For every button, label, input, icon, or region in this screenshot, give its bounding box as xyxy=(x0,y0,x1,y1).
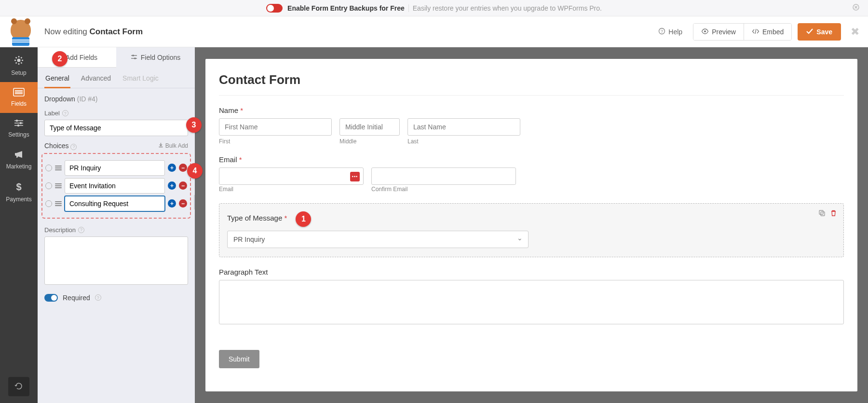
choice-input-1[interactable] xyxy=(65,160,165,176)
subtab-advanced[interactable]: Advanced xyxy=(80,71,112,88)
choice-row: + − xyxy=(45,160,187,176)
choice-input-2[interactable] xyxy=(65,178,165,194)
required-star-icon: * xyxy=(240,106,243,114)
callout-1: 1 xyxy=(296,211,311,227)
field-type-of-message[interactable]: Type of Message * 1 PR Inquiry xyxy=(219,203,844,257)
backup-toggle[interactable] xyxy=(266,4,283,13)
required-toggle[interactable] xyxy=(44,294,58,302)
editing-form-name[interactable]: Contact Form xyxy=(90,27,143,36)
nav-setup[interactable]: Setup xyxy=(0,49,38,82)
subtab-general[interactable]: General xyxy=(44,71,70,88)
field-name[interactable]: Name * First Middle Last xyxy=(219,106,844,145)
confirm-email-input[interactable] xyxy=(371,167,516,185)
help-icon[interactable]: ? xyxy=(62,110,68,116)
embed-label: Embed xyxy=(762,28,784,36)
required-label: Required xyxy=(63,294,90,302)
svg-point-12 xyxy=(20,122,22,124)
form-title[interactable]: Contact Form xyxy=(219,72,844,87)
help-label: Help xyxy=(668,28,682,36)
required-star-icon: * xyxy=(284,214,287,222)
help-icon[interactable]: ? xyxy=(70,144,77,150)
help-link[interactable]: ? Help xyxy=(658,28,682,36)
help-icon[interactable]: ? xyxy=(95,294,101,301)
label-heading: Label xyxy=(44,110,60,117)
history-icon xyxy=(14,382,23,392)
name-label: Name xyxy=(219,106,238,114)
bulk-add-link[interactable]: Bulk Add xyxy=(158,142,188,149)
description-heading: Description xyxy=(44,226,76,234)
remove-choice-icon[interactable]: − xyxy=(179,181,187,190)
svg-rect-22 xyxy=(821,212,825,216)
trash-icon[interactable] xyxy=(830,209,837,218)
tab-field-options[interactable]: Field Options xyxy=(116,47,195,68)
field-type: Dropdown xyxy=(44,95,75,103)
save-button[interactable]: Save xyxy=(798,23,841,41)
drag-handle-icon[interactable] xyxy=(55,166,62,170)
close-builder-icon[interactable]: ✖ xyxy=(851,26,859,38)
password-manager-icon[interactable]: ••• xyxy=(350,172,360,181)
nav-fields-label: Fields xyxy=(11,100,27,107)
svg-point-4 xyxy=(17,59,21,62)
subtab-smart-logic[interactable]: Smart Logic xyxy=(122,71,160,88)
field-panel: Add Fields Field Options General Advance… xyxy=(38,47,195,403)
gear-icon xyxy=(0,55,38,67)
editing-title: Now editing Contact Form xyxy=(44,27,143,37)
builder-nav: Setup Fields Settings Marketing $ Paymen… xyxy=(0,47,38,403)
add-choice-icon[interactable]: + xyxy=(168,181,176,190)
form-surface: Contact Form Name * First Middle xyxy=(205,59,857,391)
nav-marketing[interactable]: Marketing xyxy=(0,144,38,176)
duplicate-icon[interactable] xyxy=(818,209,826,218)
tab-add-fields[interactable]: Add Fields xyxy=(38,47,116,68)
paragraph-textarea[interactable] xyxy=(219,280,844,324)
choice-default-radio[interactable] xyxy=(45,165,52,171)
svg-text:?: ? xyxy=(661,29,663,34)
choice-row: + − xyxy=(45,178,187,194)
nav-settings[interactable]: Settings xyxy=(0,113,38,144)
label-input[interactable] xyxy=(44,120,188,136)
type-select[interactable]: PR Inquiry xyxy=(227,231,529,248)
type-label: Type of Message xyxy=(227,214,282,222)
close-banner-icon[interactable] xyxy=(853,4,859,12)
email-input[interactable] xyxy=(219,167,364,185)
list-icon xyxy=(0,88,38,98)
remove-choice-icon[interactable]: − xyxy=(179,164,187,172)
dollar-icon: $ xyxy=(0,181,38,194)
preview-label: Preview xyxy=(712,28,736,36)
nav-history[interactable] xyxy=(8,377,29,396)
bullhorn-icon xyxy=(0,150,38,161)
email-label: Email xyxy=(219,155,237,164)
tab-options-label: Field Options xyxy=(141,54,180,61)
first-sublabel: First xyxy=(219,138,332,145)
sliders-icon xyxy=(0,119,38,129)
editing-prefix: Now editing xyxy=(44,27,90,36)
field-email[interactable]: Email * ••• Email Confirm Email xyxy=(219,155,844,193)
description-textarea[interactable] xyxy=(44,236,188,285)
choice-default-radio[interactable] xyxy=(45,182,52,189)
submit-button[interactable]: Submit xyxy=(219,350,259,368)
svg-point-10 xyxy=(16,120,18,122)
nav-fields[interactable]: Fields xyxy=(0,82,38,113)
add-choice-icon[interactable]: + xyxy=(168,164,176,172)
drag-handle-icon[interactable] xyxy=(55,183,62,188)
callout-2: 2 xyxy=(52,51,68,67)
preview-button[interactable]: Preview xyxy=(693,24,744,40)
field-id: (ID #4) xyxy=(77,95,98,103)
nav-payments-label: Payments xyxy=(6,196,31,203)
bulk-add-label: Bulk Add xyxy=(165,142,188,149)
add-choice-icon[interactable]: + xyxy=(168,199,176,208)
field-info: Dropdown (ID #4) xyxy=(38,88,195,107)
embed-button[interactable]: Embed xyxy=(744,24,791,40)
nav-payments[interactable]: $ Payments xyxy=(0,176,38,208)
help-icon[interactable]: ? xyxy=(78,227,84,233)
remove-choice-icon[interactable]: − xyxy=(179,199,187,208)
nav-marketing-label: Marketing xyxy=(6,163,32,170)
svg-text:$: $ xyxy=(16,181,21,192)
callout-4: 4 xyxy=(187,163,203,179)
last-name-input[interactable] xyxy=(407,118,520,136)
middle-initial-input[interactable] xyxy=(339,118,400,136)
choice-input-3[interactable] xyxy=(65,196,165,211)
drag-handle-icon[interactable] xyxy=(55,201,62,206)
choice-default-radio[interactable] xyxy=(45,200,52,207)
field-paragraph[interactable]: Paragraph Text xyxy=(219,268,844,326)
first-name-input[interactable] xyxy=(219,118,332,136)
